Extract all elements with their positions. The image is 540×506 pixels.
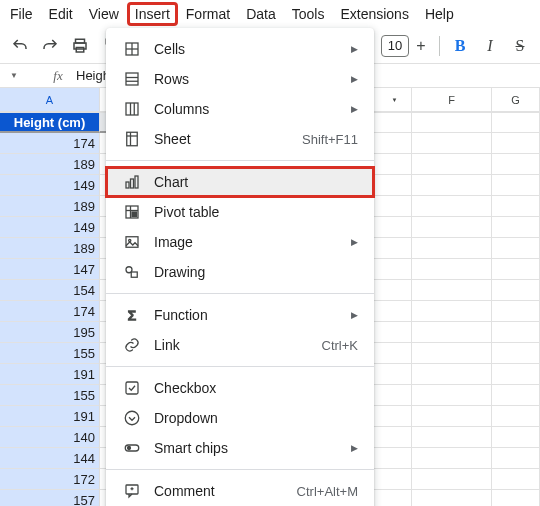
menu-item-checkbox[interactable]: Checkbox: [106, 373, 374, 403]
cell[interactable]: 189: [0, 154, 100, 175]
cell[interactable]: 189: [0, 196, 100, 217]
name-box[interactable]: ▼: [0, 71, 44, 80]
cell[interactable]: 144: [0, 448, 100, 469]
menu-format[interactable]: Format: [178, 2, 238, 26]
menu-item-label: Checkbox: [154, 380, 358, 396]
dropdown-icon: [122, 408, 142, 428]
italic-button[interactable]: I: [476, 32, 504, 60]
image-icon: [122, 232, 142, 252]
cells-icon: [122, 39, 142, 59]
shortcut-label: Ctrl+Alt+M: [297, 484, 358, 499]
chevron-right-icon: ▶: [348, 443, 358, 453]
shortcut-label: Ctrl+K: [322, 338, 358, 353]
drawing-icon: [122, 262, 142, 282]
cell[interactable]: 191: [0, 406, 100, 427]
chevron-right-icon: ▶: [348, 44, 358, 54]
chevron-right-icon: ▶: [348, 74, 358, 84]
cell[interactable]: 147: [0, 259, 100, 280]
cell[interactable]: 172: [0, 469, 100, 490]
menu-item-label: Smart chips: [154, 440, 348, 456]
svg-point-27: [128, 447, 131, 450]
menu-item-label: Link: [154, 337, 322, 353]
col-header-a[interactable]: A: [0, 88, 100, 112]
cell[interactable]: 174: [0, 301, 100, 322]
menu-item-image[interactable]: Image ▶: [106, 227, 374, 257]
menu-bar: File Edit View Insert Format Data Tools …: [0, 0, 540, 28]
menu-item-drawing[interactable]: Drawing: [106, 257, 374, 287]
menu-item-chart[interactable]: Chart: [106, 167, 374, 197]
menu-item-label: Sheet: [154, 131, 302, 147]
menu-view[interactable]: View: [81, 2, 127, 26]
menu-edit[interactable]: Edit: [41, 2, 81, 26]
comment-icon: [122, 481, 142, 501]
cell[interactable]: 140: [0, 427, 100, 448]
col-header-e[interactable]: ▼: [372, 88, 412, 112]
sheet-icon: [122, 129, 142, 149]
col-header-g[interactable]: G: [492, 88, 540, 112]
svg-point-25: [125, 411, 139, 425]
svg-rect-24: [126, 382, 138, 394]
menu-separator: [106, 366, 374, 367]
menu-item-link[interactable]: Link Ctrl+K: [106, 330, 374, 360]
menu-extensions[interactable]: Extensions: [332, 2, 416, 26]
print-button[interactable]: [66, 32, 94, 60]
menu-item-cells[interactable]: Cells ▶: [106, 34, 374, 64]
cell[interactable]: 154: [0, 280, 100, 301]
menu-item-label: Image: [154, 234, 348, 250]
menu-item-columns[interactable]: Columns ▶: [106, 94, 374, 124]
chart-icon: [122, 172, 142, 192]
menu-item-rows[interactable]: Rows ▶: [106, 64, 374, 94]
chevron-down-icon[interactable]: ▼: [392, 97, 398, 103]
cell[interactable]: 149: [0, 217, 100, 238]
bold-button[interactable]: B: [446, 32, 474, 60]
undo-button[interactable]: [6, 32, 34, 60]
svg-rect-12: [126, 182, 129, 188]
cell[interactable]: 195: [0, 322, 100, 343]
menu-insert[interactable]: Insert: [127, 2, 178, 26]
fx-icon: fx: [44, 68, 72, 84]
font-size-increase[interactable]: +: [409, 34, 433, 58]
cell[interactable]: 157: [0, 490, 100, 506]
menu-item-label: Function: [154, 307, 348, 323]
menu-tools[interactable]: Tools: [284, 2, 333, 26]
font-size-value[interactable]: 10: [381, 35, 409, 57]
menu-item-label: Pivot table: [154, 204, 358, 220]
cell[interactable]: 191: [0, 364, 100, 385]
cell[interactable]: 155: [0, 343, 100, 364]
svg-rect-18: [132, 212, 137, 217]
cell[interactable]: 149: [0, 175, 100, 196]
chips-icon: [122, 438, 142, 458]
cell[interactable]: 174: [0, 133, 100, 154]
function-icon: Σ: [122, 305, 142, 325]
redo-button[interactable]: [36, 32, 64, 60]
menu-data[interactable]: Data: [238, 2, 284, 26]
shortcut-label: Shift+F11: [302, 132, 358, 147]
header-cell[interactable]: Height (cm): [0, 112, 100, 133]
chevron-right-icon: ▶: [348, 104, 358, 114]
svg-rect-6: [126, 103, 138, 115]
insert-dropdown: Cells ▶ Rows ▶ Columns ▶ Sheet Shift+F11…: [106, 28, 374, 506]
separator: [439, 36, 440, 56]
menu-item-label: Columns: [154, 101, 348, 117]
menu-item-smart-chips[interactable]: Smart chips ▶: [106, 433, 374, 463]
menu-item-label: Drawing: [154, 264, 358, 280]
rows-icon: [122, 69, 142, 89]
strikethrough-button[interactable]: S: [506, 32, 534, 60]
menu-item-label: Chart: [154, 174, 358, 190]
menu-item-comment[interactable]: Comment Ctrl+Alt+M: [106, 476, 374, 506]
svg-rect-13: [131, 179, 134, 188]
svg-rect-14: [135, 176, 138, 188]
menu-item-function[interactable]: Σ Function ▶: [106, 300, 374, 330]
menu-item-pivot-table[interactable]: Pivot table: [106, 197, 374, 227]
cell[interactable]: 155: [0, 385, 100, 406]
menu-item-label: Comment: [154, 483, 297, 499]
cell[interactable]: 189: [0, 238, 100, 259]
svg-rect-19: [126, 237, 138, 248]
menu-help[interactable]: Help: [417, 2, 462, 26]
menu-item-dropdown[interactable]: Dropdown: [106, 403, 374, 433]
menu-item-sheet[interactable]: Sheet Shift+F11: [106, 124, 374, 154]
menu-file[interactable]: File: [2, 2, 41, 26]
chevron-right-icon: ▶: [348, 310, 358, 320]
menu-item-label: Dropdown: [154, 410, 358, 426]
col-header-f[interactable]: F: [412, 88, 492, 112]
